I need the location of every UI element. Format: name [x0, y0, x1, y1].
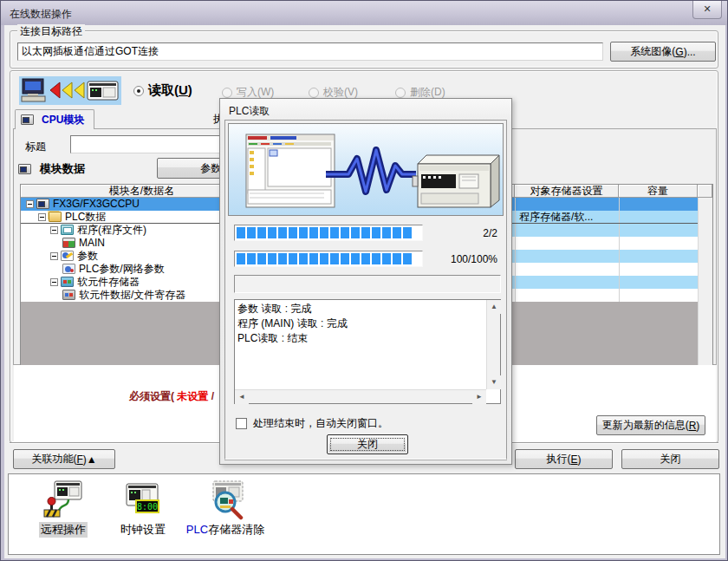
module-data-label: 模块数据 — [40, 161, 85, 177]
auto-close-option[interactable]: 处理结束时，自动关闭窗口。 — [236, 416, 388, 431]
tree-item-label: MAIN — [79, 237, 105, 249]
capacity-cell — [619, 250, 698, 263]
capacity-cell — [619, 224, 698, 237]
system-image-button[interactable]: 系统图像(G)... — [610, 42, 716, 62]
progress-segment — [237, 227, 245, 238]
connection-path-value: 以太网插板通信通过GOT连接 — [17, 42, 603, 61]
required-setting-status: 必须设置( 未设置 / — [129, 389, 214, 404]
progress-segment — [278, 253, 287, 264]
capacity-cell — [619, 263, 698, 276]
required-not-set: 未设置 — [177, 390, 208, 402]
header-capacity: 容量 — [619, 185, 698, 198]
progress-segment — [278, 227, 287, 238]
progress-segment — [403, 227, 412, 238]
tree-collapse-icon[interactable] — [50, 226, 58, 234]
tree-item-label: 程序(程序文件) — [77, 224, 146, 236]
close-button[interactable]: ✕ — [692, 1, 722, 19]
tab-cpu-module-label: CPU模块 — [42, 113, 84, 127]
scroll-up-icon[interactable]: ▲ — [487, 300, 501, 314]
progress-segment — [351, 253, 360, 264]
progress-segment — [289, 253, 297, 264]
progress-segment — [289, 227, 297, 238]
progress-segment — [330, 253, 339, 264]
related-functions-button[interactable]: 关联功能(F)▲ — [13, 449, 115, 469]
tree-collapse-icon[interactable] — [38, 213, 46, 221]
scroll-down-icon[interactable]: ▼ — [487, 375, 501, 389]
refresh-info-button[interactable]: 更新为最新的信息(R) — [596, 415, 705, 435]
progress-segment — [393, 253, 401, 264]
tree-collapse-icon[interactable] — [26, 200, 34, 208]
progress-segment — [403, 253, 412, 264]
pc-plc-transfer-illustration — [228, 123, 504, 216]
tree-collapse-icon[interactable] — [50, 278, 58, 286]
auto-close-checkbox[interactable] — [236, 418, 247, 429]
clock-setting-label: 时钟设置 — [120, 522, 166, 538]
plc-device-illustration — [413, 155, 499, 207]
plc-memory-clear-label-prefix: PLC — [186, 523, 208, 536]
clock-display: 8:00 — [137, 502, 158, 512]
progress-percent-label: 100/100% — [451, 253, 497, 265]
log-vertical-scrollbar[interactable]: ▲ ▼ — [486, 300, 500, 389]
progress-segment — [309, 227, 318, 238]
module-data-row: 模块数据 — [18, 161, 85, 177]
target-memory-cell: 程序存储器/软... — [515, 211, 619, 223]
device-memory-icon — [61, 277, 74, 287]
read-log-box: 参数 读取 : 完成 程序 (MAIN) 读取 : 完成 PLC读取 : 结束 … — [234, 299, 501, 404]
progress-segment — [320, 253, 328, 264]
progress-segment — [361, 253, 370, 264]
progress-segment — [309, 253, 318, 264]
header-filler — [698, 185, 712, 198]
capacity-cell — [619, 198, 698, 211]
capacity-cell — [619, 289, 698, 302]
progress-segment — [257, 227, 266, 238]
close-icon: ✕ — [703, 3, 711, 14]
dialog-close-button[interactable]: 关闭 — [621, 449, 719, 469]
tab-cpu-module[interactable]: CPU模块 — [15, 109, 94, 129]
target-memory-cell — [515, 276, 619, 289]
progress-segment — [372, 253, 380, 264]
progress-segment — [268, 253, 276, 264]
remote-operation-label: 远程操作 — [39, 522, 88, 538]
software-window-thumbnail — [246, 134, 335, 207]
window-title: 在线数据操作 — [10, 7, 72, 22]
clock-setting-icon: 8:00 — [122, 479, 164, 520]
plc-read-close-button[interactable]: 关闭 — [327, 434, 408, 454]
header-target-memory: 对象存储器设置 — [515, 185, 619, 198]
progress-segment — [320, 227, 328, 238]
progress-segment — [247, 227, 256, 238]
plc-memory-clear-label: PLC存储器清除 — [186, 522, 264, 538]
plc-memory-clear-shortcut[interactable]: PLC存储器清除 — [178, 479, 273, 538]
connection-zigzag — [326, 150, 416, 192]
progress-segment — [382, 227, 391, 238]
scroll-left-icon[interactable]: ◄ — [235, 390, 249, 404]
plc-icon — [36, 199, 49, 209]
connection-path-group-label: 连接目标路径 — [17, 24, 85, 39]
folder-icon — [49, 212, 62, 222]
progress-segment — [330, 227, 339, 238]
current-item-field — [234, 275, 501, 293]
target-memory-cell — [515, 263, 619, 276]
progress-segment — [361, 227, 370, 238]
progress-segment — [237, 253, 245, 264]
plc-read-dialog-body: 2/2 100/100% 参数 读取 : 完成 程序 (MAIN) 读取 : 完… — [224, 120, 507, 460]
progress-bar-files — [234, 225, 423, 241]
progress-segment — [268, 227, 276, 238]
log-horizontal-scrollbar[interactable]: ◄ ► — [235, 389, 486, 403]
device-data-icon — [62, 290, 75, 300]
remote-operation-shortcut[interactable]: 远程操作 — [33, 479, 94, 538]
clock-setting-shortcut[interactable]: 8:00 时钟设置 — [113, 479, 173, 538]
radio-read[interactable]: 读取(U) — [133, 82, 192, 99]
scroll-right-icon[interactable]: ► — [472, 390, 486, 404]
execute-button[interactable]: 执行(E) — [515, 449, 613, 469]
pc-to-plc-read-icon — [19, 76, 121, 105]
tree-collapse-icon[interactable] — [50, 252, 58, 260]
tree-item-label: FX3G/FX3GCCPU — [53, 198, 140, 210]
tree-item-label: 软元件存储器 — [77, 276, 140, 288]
tree-item-label: 软元件数据/文件寄存器 — [79, 289, 185, 301]
online-data-operation-window: 在线数据操作 ✕ 连接目标路径 以太网插板通信通过GOT连接 系统图像(G)..… — [0, 0, 728, 561]
table-vertical-scrollbar[interactable] — [698, 198, 712, 379]
connection-path-group: 连接目标路径 以太网插板通信通过GOT连接 系统图像(G)... — [10, 30, 718, 68]
progress-segment — [372, 227, 380, 238]
title-field-label: 标题 — [25, 140, 46, 154]
required-prefix: 必须设置( — [129, 390, 174, 402]
